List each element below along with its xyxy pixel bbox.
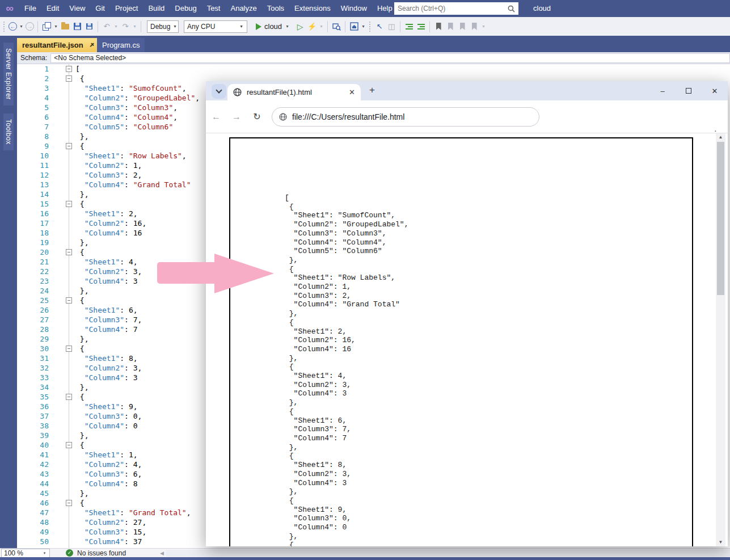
solution-explorer-icon[interactable]	[349, 22, 359, 32]
outlining-margin[interactable]	[50, 373, 75, 382]
collapse-icon[interactable]: −	[66, 249, 72, 255]
outlining-margin[interactable]	[50, 421, 75, 431]
minimize-button[interactable]: –	[649, 87, 676, 95]
outlining-margin[interactable]	[50, 537, 75, 546]
quick-search-box[interactable]	[394, 2, 518, 15]
menu-help[interactable]: Help	[372, 0, 398, 17]
outlining-margin[interactable]	[50, 460, 75, 469]
clear-bookmarks-icon[interactable]	[469, 22, 479, 32]
schema-selector-dropdown[interactable]: <No Schema Selected>	[50, 53, 730, 63]
menu-file[interactable]: File	[19, 0, 41, 17]
outlining-margin[interactable]	[50, 180, 75, 190]
outlining-margin[interactable]	[50, 508, 75, 517]
scroll-down-icon[interactable]: ▼	[716, 538, 725, 546]
tab-program-cs[interactable]: Program.cs	[97, 38, 145, 52]
outlining-margin[interactable]	[50, 479, 75, 489]
outlining-margin[interactable]	[50, 489, 75, 498]
outlining-margin[interactable]	[50, 238, 75, 247]
start-without-debugging-icon[interactable]: ▷	[295, 22, 305, 32]
find-in-files-icon[interactable]	[331, 22, 341, 32]
outlining-margin[interactable]	[50, 469, 75, 479]
outlining-margin[interactable]: −	[50, 392, 75, 402]
navigate-back-icon[interactable]: ←	[9, 22, 17, 31]
toolbar-grip-handle[interactable]	[3, 21, 6, 32]
menu-debug[interactable]: Debug	[170, 0, 201, 17]
menu-edit[interactable]: Edit	[41, 0, 64, 17]
outlining-margin[interactable]: −	[50, 296, 75, 305]
collapse-icon[interactable]: −	[66, 346, 72, 352]
browser-scrollbar[interactable]: ▲ ▼	[716, 133, 725, 546]
outlining-margin[interactable]: −	[50, 74, 75, 83]
new-tab-button[interactable]: +	[369, 85, 375, 96]
solution-platform-dropdown[interactable]: Any CPU▾	[184, 20, 247, 33]
breakpoint-cursor-icon[interactable]: ↖	[374, 22, 385, 32]
outlining-margin[interactable]	[50, 228, 75, 238]
browser-back-icon[interactable]: ←	[206, 112, 226, 122]
menu-build[interactable]: Build	[143, 0, 170, 17]
menu-git[interactable]: Git	[90, 0, 110, 17]
signed-in-account-label[interactable]: cloud	[533, 0, 551, 17]
outlining-margin[interactable]	[50, 209, 75, 218]
solution-configuration-dropdown[interactable]: Debug▾	[147, 20, 179, 33]
outlining-margin[interactable]	[50, 122, 75, 132]
outlining-margin[interactable]	[50, 93, 75, 103]
outlining-margin[interactable]	[50, 382, 75, 392]
outlining-margin[interactable]	[50, 170, 75, 180]
menu-view[interactable]: View	[64, 0, 90, 17]
save-all-icon[interactable]	[84, 22, 94, 32]
url-text[interactable]: file:///C:/Users/resultantFile.html	[292, 112, 404, 121]
outlining-margin[interactable]	[50, 305, 75, 315]
open-file-icon[interactable]	[60, 22, 70, 32]
outlining-margin[interactable]	[50, 132, 75, 141]
run-target-dropdown[interactable]: ▾	[285, 24, 290, 29]
navigate-forward-icon[interactable]: →	[26, 22, 34, 31]
decrease-indent-icon[interactable]	[404, 22, 414, 32]
side-tab-toolbox[interactable]: Toolbox	[3, 113, 14, 150]
copy-parallel-icon[interactable]: ◫	[386, 22, 396, 32]
menu-window[interactable]: Window	[336, 0, 372, 17]
outlining-margin[interactable]	[50, 112, 75, 122]
outlining-margin[interactable]	[50, 83, 75, 93]
increase-indent-icon[interactable]	[416, 22, 426, 32]
outlining-margin[interactable]	[50, 450, 75, 460]
tab-close-icon[interactable]: ✕	[349, 88, 355, 96]
outlining-margin[interactable]	[50, 431, 75, 440]
maximize-button[interactable]	[676, 87, 702, 95]
outlining-margin[interactable]	[50, 527, 75, 537]
outlining-margin[interactable]	[50, 334, 75, 344]
horizontal-scrollbar[interactable]: ◀	[160, 549, 730, 557]
hot-reload-icon[interactable]: ⚡	[307, 22, 317, 32]
close-button[interactable]: ✕	[702, 87, 728, 95]
collapse-icon[interactable]: −	[66, 297, 72, 304]
outlining-margin[interactable]: −	[50, 344, 75, 353]
outlining-margin[interactable]: −	[50, 498, 75, 508]
address-bar[interactable]: file:///C:/Users/resultantFile.html	[272, 107, 539, 127]
outlining-margin[interactable]	[50, 315, 75, 325]
tab-resultantfile-json[interactable]: resultantFile.json ✝ ✕	[17, 38, 109, 52]
menu-tools[interactable]: Tools	[262, 0, 289, 17]
browser-tab[interactable]: resultantFile(1).html ✕	[227, 84, 361, 100]
collapse-icon[interactable]: −	[66, 394, 72, 400]
menu-extensions[interactable]: Extensions	[289, 0, 336, 17]
collapse-icon[interactable]: −	[66, 500, 72, 506]
collapse-icon[interactable]: −	[66, 442, 72, 448]
outlining-margin[interactable]	[50, 257, 75, 267]
outlining-margin[interactable]	[50, 517, 75, 527]
new-item-icon[interactable]	[41, 22, 52, 32]
tab-search-chevron-button[interactable]	[212, 84, 226, 99]
redo-dropdown[interactable]: ▾	[132, 24, 137, 29]
collapse-icon[interactable]: −	[66, 75, 72, 82]
scrollbar-thumb[interactable]	[717, 142, 724, 295]
next-bookmark-icon[interactable]	[457, 22, 467, 32]
scroll-up-icon[interactable]: ▲	[716, 133, 725, 141]
collapse-icon[interactable]: −	[66, 66, 72, 72]
bookmarks-dropdown[interactable]: ▾	[481, 24, 486, 29]
zoom-level-dropdown[interactable]: 100 % ▾	[1, 549, 50, 558]
side-tab-server-explorer[interactable]: Server Explorer	[3, 43, 14, 106]
outlining-margin[interactable]	[50, 286, 75, 296]
undo-dropdown[interactable]: ▾	[113, 24, 119, 29]
health-check-icon[interactable]: ✓	[66, 549, 73, 557]
outlining-margin[interactable]	[50, 190, 75, 199]
start-debugging-button[interactable]: cloud ▾	[252, 20, 293, 33]
collapse-icon[interactable]: −	[66, 201, 72, 207]
